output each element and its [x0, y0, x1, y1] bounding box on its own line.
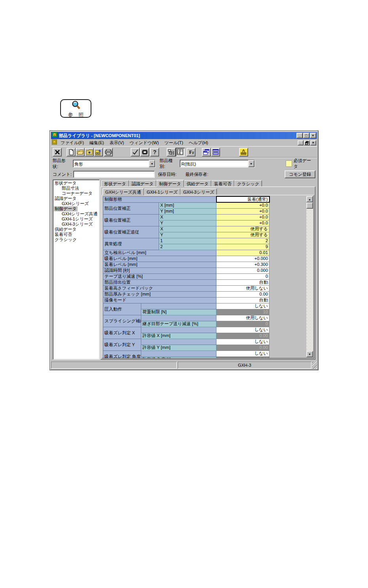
param-value[interactable]: +0.300	[216, 262, 269, 268]
comment-input[interactable]	[73, 171, 155, 178]
mdi-restore-button[interactable]	[304, 140, 310, 145]
param-value[interactable]: 自動	[216, 279, 269, 285]
param-value[interactable]: +0.0	[216, 202, 269, 208]
param-value[interactable]: 使用しない	[216, 315, 269, 321]
help-button[interactable]: ?	[150, 148, 159, 156]
tree-item-7[interactable]: GXHシリーズ共通	[61, 211, 99, 217]
param-value[interactable]: 2	[216, 238, 269, 244]
vertical-scrollbar[interactable]: ▲ ▼	[306, 196, 313, 357]
mdi-child-icon[interactable]	[52, 139, 57, 146]
add-component-button[interactable]	[94, 148, 103, 156]
subtab-3[interactable]: GXH-3シリーズ	[180, 188, 217, 195]
new-button[interactable]	[66, 148, 76, 156]
open-button[interactable]	[76, 148, 85, 156]
io-button[interactable]	[140, 148, 149, 156]
tree-item-2[interactable]: 部品寸法	[61, 186, 80, 191]
tree-item-11[interactable]: 装着可否	[54, 232, 73, 237]
cascade-button[interactable]	[202, 148, 211, 156]
detail-view-button[interactable]: 1.0	[176, 148, 185, 156]
param-label: 異常処理	[103, 238, 159, 250]
param-label	[141, 339, 216, 345]
param-value[interactable]: しない	[216, 339, 269, 345]
param-value[interactable]: 使用する	[216, 232, 269, 238]
close-file-button[interactable]	[53, 148, 62, 156]
param-value[interactable]: 9	[216, 244, 269, 250]
param-value[interactable]: しない	[216, 303, 269, 309]
content-area: 形状データ部品寸法コーナーデータ認識データGXHシリーズ制御データGXHシリーズ…	[51, 179, 317, 361]
menu-3[interactable]: 表示(V)	[107, 139, 127, 147]
tree-item-3[interactable]: コーナーデータ	[61, 191, 93, 196]
menu-4[interactable]: ウィンドウ(W)	[127, 139, 161, 147]
param-value[interactable]: しない	[216, 351, 269, 356]
subtab-2[interactable]: GXH-1シリーズ	[144, 188, 180, 195]
tree-item-4[interactable]: 認識データ	[54, 196, 78, 201]
close-button[interactable]: ×	[310, 133, 316, 138]
scroll-up-button[interactable]: ▲	[306, 196, 313, 202]
tree-item-10[interactable]: 供給データ	[54, 227, 78, 232]
param-label: 吸着位置補正	[103, 214, 159, 226]
param-value[interactable]: 使用する	[216, 226, 269, 232]
folder-up-button[interactable]	[85, 148, 94, 156]
param-value[interactable]: 0	[216, 273, 269, 279]
tree-item-9[interactable]: GXH-3シリーズ	[61, 222, 93, 227]
tree-item-8[interactable]: GXH-1シリーズ	[61, 217, 93, 222]
tab-5[interactable]: 装着可否	[211, 180, 234, 187]
main-tab-strip: 形状データ認識データ制御データ供給データ装着可否クラシック	[101, 179, 315, 187]
menu-2[interactable]: 編集(E)	[87, 139, 107, 147]
shape-combo[interactable]: 角形 ▼	[73, 160, 156, 168]
param-label: 許容値 X [mm]	[141, 333, 216, 339]
machine-button[interactable]	[239, 148, 248, 156]
chevron-down-icon[interactable]: ▼	[248, 160, 254, 167]
menu-1[interactable]: ファイル(F)	[58, 139, 87, 147]
chevron-down-icon[interactable]: ▼	[149, 160, 155, 167]
scroll-down-button[interactable]: ▼	[306, 351, 313, 357]
tree-item-6[interactable]: 制御データ	[54, 206, 78, 211]
tab-4[interactable]: 供給データ	[184, 180, 212, 187]
verify-button[interactable]	[131, 148, 140, 156]
param-value[interactable]: +0.0	[216, 220, 269, 226]
maximize-button[interactable]: □	[303, 133, 309, 138]
required-data-label: 必須データ	[294, 158, 315, 170]
tree-item-12[interactable]: クラシック	[54, 237, 78, 242]
param-value[interactable]: 自動	[216, 297, 269, 303]
print-button[interactable]	[104, 148, 113, 156]
tile-button[interactable]	[211, 148, 220, 156]
tree-item-5[interactable]: GXHシリーズ	[61, 201, 90, 206]
subtab-1[interactable]: GXHシリーズ共通	[102, 188, 144, 195]
param-label: X	[159, 226, 216, 232]
title-bar[interactable]: 部品ライブラリ - [NEWCOMPONENT01] _ □ ×	[51, 132, 317, 139]
param-value[interactable]: +0.0	[216, 208, 269, 214]
param-value[interactable]: 10	[216, 309, 269, 315]
mdi-close-button[interactable]: ×	[310, 140, 316, 145]
param-label: 装着高さフィードバック	[103, 285, 216, 291]
param-value[interactable]: +0.000	[216, 256, 269, 262]
reference-button[interactable]: 参 照	[60, 99, 91, 118]
param-value[interactable]: 0.000	[216, 268, 269, 273]
param-value[interactable]: 装着(通常)	[216, 196, 269, 202]
common-register-button[interactable]: コモン登録	[285, 170, 315, 178]
menu-5[interactable]: ツール(T)	[161, 139, 186, 147]
tree-view-button[interactable]	[167, 148, 176, 156]
mdi-minimize-button[interactable]: _	[298, 140, 304, 145]
param-value[interactable]: 0.00	[216, 333, 269, 339]
minimize-button[interactable]: _	[296, 133, 303, 138]
font-button[interactable]: FF	[186, 148, 195, 156]
param-value[interactable]: +0.0	[216, 214, 269, 220]
tab-1[interactable]: 形状データ	[101, 180, 129, 187]
param-value[interactable]: しない	[216, 327, 269, 333]
param-value[interactable]: 0.00	[216, 291, 269, 297]
type-combo[interactable]: R(抵抗) ▼	[180, 160, 254, 168]
param-value[interactable]: 0.00	[216, 345, 269, 351]
tab-6[interactable]: クラシック	[234, 180, 262, 187]
param-value[interactable]: 使用しない	[216, 285, 269, 291]
menu-6[interactable]: ヘルプ(H)	[186, 139, 211, 147]
resize-grip[interactable]	[312, 362, 317, 369]
tab-2[interactable]: 認識データ	[129, 180, 157, 187]
param-value[interactable]: 0.01	[216, 250, 269, 256]
type-value: R(抵抗)	[180, 160, 248, 167]
tree-item-1[interactable]: 形状データ	[54, 181, 78, 186]
param-value[interactable]: 0	[216, 321, 269, 327]
param-value[interactable]: 0.00	[216, 356, 269, 358]
scrollbar-thumb[interactable]	[306, 202, 313, 209]
tab-3[interactable]: 制御データ	[156, 180, 184, 187]
